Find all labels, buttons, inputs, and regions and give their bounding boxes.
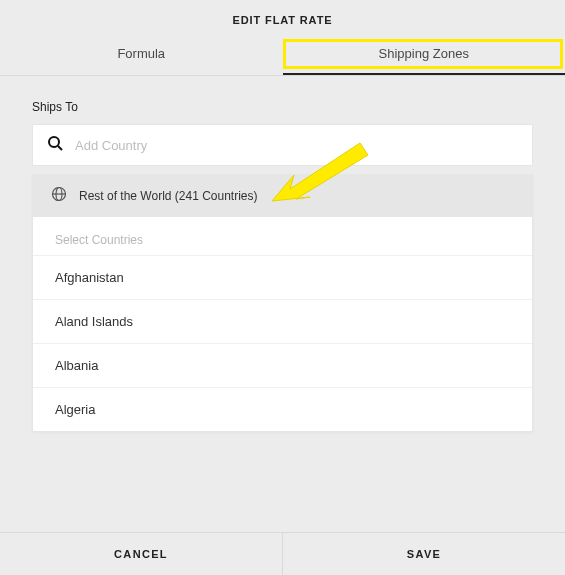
page-header: EDIT FLAT RATE Formula Shipping Zones	[0, 0, 565, 76]
save-button[interactable]: SAVE	[283, 533, 565, 575]
tabs: Formula Shipping Zones	[0, 36, 565, 75]
search-row	[32, 124, 533, 166]
rest-of-world-label: Rest of the World (241 Countries)	[79, 189, 258, 203]
list-item[interactable]: Algeria	[33, 387, 532, 431]
ships-to-label: Ships To	[32, 100, 533, 114]
content-area: Ships To Rest of the World (241 Countrie…	[0, 76, 565, 432]
footer: CANCEL SAVE	[0, 532, 565, 575]
select-countries-heading: Select Countries	[33, 217, 532, 255]
country-panel: Rest of the World (241 Countries) Select…	[32, 174, 533, 432]
svg-point-0	[49, 137, 59, 147]
search-icon	[47, 135, 63, 155]
tab-shipping-zones[interactable]: Shipping Zones	[283, 36, 566, 75]
list-item[interactable]: Aland Islands	[33, 299, 532, 343]
list-item[interactable]: Albania	[33, 343, 532, 387]
globe-icon	[51, 186, 67, 205]
rest-of-world-row[interactable]: Rest of the World (241 Countries)	[33, 174, 532, 217]
svg-line-1	[58, 146, 62, 150]
country-search-input[interactable]	[75, 138, 518, 153]
tab-formula[interactable]: Formula	[0, 36, 283, 75]
cancel-button[interactable]: CANCEL	[0, 533, 283, 575]
page-title: EDIT FLAT RATE	[0, 0, 565, 36]
list-item[interactable]: Afghanistan	[33, 255, 532, 299]
